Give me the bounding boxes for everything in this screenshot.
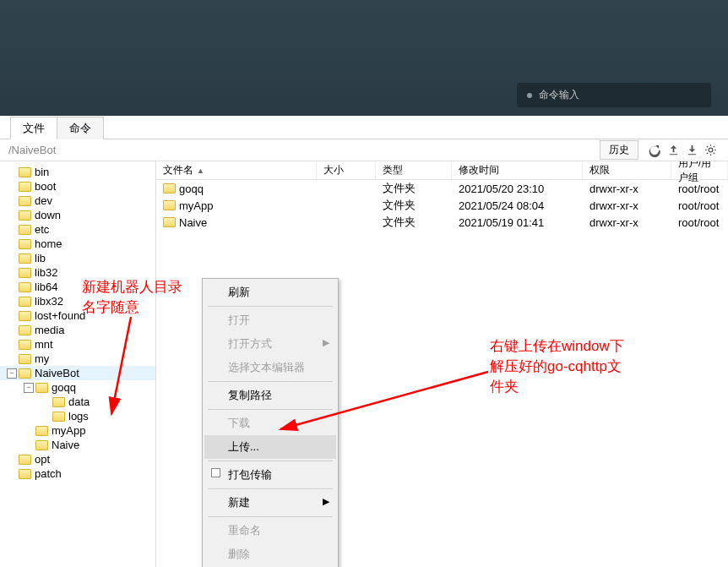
tree-item-home[interactable]: home xyxy=(0,237,155,251)
tree-item-label: dev xyxy=(35,194,52,207)
cell-owner: root/root xyxy=(671,215,728,230)
cell-mtime: 2021/05/20 23:10 xyxy=(452,182,583,196)
cell-size xyxy=(317,221,376,223)
cell-name: myApp xyxy=(156,199,317,213)
separator xyxy=(208,409,333,410)
tree-item-label: data xyxy=(68,395,90,408)
tree-item-myapp[interactable]: myApp xyxy=(0,423,155,438)
status-dot-icon xyxy=(527,93,532,98)
cell-name: Naive xyxy=(156,215,317,230)
tree-item-label: bin xyxy=(35,166,49,178)
tree-item-mnt[interactable]: mnt xyxy=(0,337,155,352)
folder-icon xyxy=(19,311,31,321)
col-owner[interactable]: 用户/用户组 xyxy=(671,161,728,179)
tree-item-label: libx32 xyxy=(35,295,63,308)
tree-item-naivebot[interactable]: −NaiveBot xyxy=(0,366,155,380)
settings-icon[interactable] xyxy=(703,143,718,158)
tree-item-opt[interactable]: opt xyxy=(0,452,155,466)
chevron-right-icon: ▶ xyxy=(323,496,329,507)
folder-icon xyxy=(52,397,65,407)
cell-type: 文件夹 xyxy=(376,214,452,231)
folder-icon xyxy=(163,217,176,227)
col-type[interactable]: 类型 xyxy=(376,161,452,179)
refresh-icon[interactable] xyxy=(647,143,662,158)
chevron-right-icon: ▶ xyxy=(323,337,329,348)
tree-item-logs[interactable]: logs xyxy=(0,409,155,423)
collapse-icon[interactable]: − xyxy=(24,383,34,393)
tree-item-data[interactable]: data xyxy=(0,395,155,409)
table-row[interactable]: Naive文件夹2021/05/19 01:41drwxr-xr-xroot/r… xyxy=(156,214,728,231)
tree-item-naive[interactable]: Naive xyxy=(0,438,155,452)
tree-item-label: logs xyxy=(68,410,89,423)
command-input-placeholder: 命令输入 xyxy=(539,88,579,102)
folder-icon xyxy=(19,297,31,307)
folder-icon xyxy=(19,268,31,278)
cell-type: 文件夹 xyxy=(376,180,452,197)
folder-icon xyxy=(19,254,31,264)
ctx-open: 打开 xyxy=(204,308,336,332)
ctx-rename: 重命名 xyxy=(204,519,336,542)
tree-item-lost+found[interactable]: lost+found xyxy=(0,308,155,323)
tree-item-libx32[interactable]: libx32 xyxy=(0,294,155,308)
terminal-area: 命令输入 xyxy=(0,0,728,116)
tree-item-lib64[interactable]: lib64 xyxy=(0,280,155,294)
history-button[interactable]: 历史 xyxy=(600,140,638,160)
tree-item-label: lib64 xyxy=(35,281,57,293)
collapse-icon[interactable]: − xyxy=(7,368,17,379)
tree-item-media[interactable]: media xyxy=(0,323,155,337)
folder-icon xyxy=(19,210,31,221)
folder-icon xyxy=(19,196,31,206)
ctx-new[interactable]: 新建▶ xyxy=(204,491,336,515)
ctx-download: 下载 xyxy=(204,412,336,435)
table-row[interactable]: myApp文件夹2021/05/24 08:04drwxr-xr-xroot/r… xyxy=(156,197,728,214)
folder-icon xyxy=(35,426,48,436)
file-list-header: 文件名▲ 大小 类型 修改时间 权限 用户/用户组 xyxy=(156,161,728,180)
cell-perm: drwxr-xr-x xyxy=(583,182,671,196)
tree-item-down[interactable]: down xyxy=(0,208,155,222)
separator xyxy=(208,461,333,461)
col-size[interactable]: 大小 xyxy=(317,161,376,179)
upload-icon[interactable] xyxy=(666,143,681,158)
ctx-refresh[interactable]: 刷新 xyxy=(204,281,336,304)
col-name[interactable]: 文件名▲ xyxy=(156,161,317,179)
command-input-bar[interactable]: 命令输入 xyxy=(517,83,711,107)
tab-file[interactable]: 文件 xyxy=(10,117,57,139)
tree-item-etc[interactable]: etc xyxy=(0,222,155,237)
folder-icon xyxy=(35,383,48,393)
folder-icon xyxy=(19,167,31,177)
col-mtime[interactable]: 修改时间 xyxy=(452,161,583,179)
tree-item-bin[interactable]: bin xyxy=(0,165,155,179)
tree-item-lib32[interactable]: lib32 xyxy=(0,265,155,280)
folder-icon xyxy=(163,200,176,210)
checkbox-icon[interactable] xyxy=(211,468,220,477)
folder-tree[interactable]: binbootdevdownetchomeliblib32lib64libx32… xyxy=(0,161,156,567)
ctx-select-editor: 选择文本编辑器 xyxy=(204,356,336,379)
cell-size xyxy=(317,188,376,189)
tree-item-dev[interactable]: dev xyxy=(0,194,155,208)
ctx-copy-path[interactable]: 复制路径 xyxy=(204,384,336,407)
ctx-pack-transfer[interactable]: 打包传输 xyxy=(204,463,336,487)
context-menu: 刷新 打开 打开方式▶ 选择文本编辑器 复制路径 下载 上传... 打包传输 新… xyxy=(202,278,339,567)
col-perm[interactable]: 权限 xyxy=(583,161,671,179)
tab-command[interactable]: 命令 xyxy=(57,117,104,139)
cell-perm: drwxr-xr-x xyxy=(583,199,671,213)
folder-icon xyxy=(19,354,31,364)
table-row[interactable]: goqq文件夹2021/05/20 23:10drwxr-xr-xroot/ro… xyxy=(156,180,728,197)
tree-item-label: Naive xyxy=(52,439,79,451)
tree-item-my[interactable]: my xyxy=(0,352,155,366)
tree-item-label: down xyxy=(35,209,61,221)
ctx-upload[interactable]: 上传... xyxy=(204,435,336,459)
tree-item-boot[interactable]: boot xyxy=(0,179,155,194)
tree-item-label: home xyxy=(35,237,62,250)
download-icon[interactable] xyxy=(684,143,699,158)
tree-item-patch[interactable]: patch xyxy=(0,466,155,481)
folder-icon xyxy=(19,182,31,192)
separator xyxy=(208,306,333,307)
tree-item-label: lib xyxy=(35,252,46,264)
tree-item-lib[interactable]: lib xyxy=(0,251,155,265)
current-path[interactable]: /NaiveBot xyxy=(8,144,600,156)
tree-item-goqq[interactable]: −goqq xyxy=(0,380,155,395)
folder-icon xyxy=(35,440,48,450)
tree-item-label: opt xyxy=(35,453,50,466)
tree-item-label: goqq xyxy=(52,381,76,394)
